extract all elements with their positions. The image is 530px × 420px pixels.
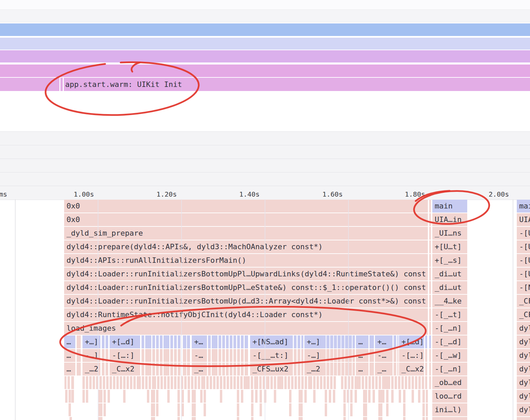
flame-frame-sub[interactable] <box>102 349 105 362</box>
flame-frame-sub[interactable] <box>226 363 229 376</box>
flame-frame-sub[interactable] <box>394 349 396 362</box>
flame-frame-deep[interactable] <box>401 376 404 389</box>
flame-frame-deep[interactable] <box>151 390 155 403</box>
flame-frame-sub[interactable] <box>102 363 105 376</box>
flame-frame-deep[interactable] <box>82 376 85 389</box>
flame-frame-main-column[interactable]: __4…ke <box>432 295 467 308</box>
flame-frame-deep[interactable] <box>157 376 159 389</box>
flame-frame-sub[interactable]: … <box>64 349 75 362</box>
flame-frame-deep[interactable] <box>363 390 367 403</box>
flame-frame-deep[interactable] <box>391 376 394 389</box>
flame-frame-sub[interactable] <box>222 335 225 348</box>
flame-frame-sub[interactable] <box>397 335 398 348</box>
flame-frame-sub[interactable] <box>294 363 297 376</box>
flame-frame-deep[interactable] <box>89 376 92 389</box>
flame-frame-sub[interactable] <box>222 363 225 376</box>
flame-frame-stack[interactable]: dyld4::Loader::runInitializersBottomUp(d… <box>64 295 428 308</box>
flame-frame-sub[interactable] <box>187 349 190 362</box>
flame-frame-deep[interactable] <box>323 376 326 389</box>
flame-frame-deep[interactable] <box>69 403 71 416</box>
flame-frame-sub[interactable] <box>298 349 300 362</box>
flame-frame-deep[interactable] <box>368 376 371 389</box>
flame-frame-edge-column[interactable]: -[U <box>517 227 530 240</box>
flame-frame-sub[interactable] <box>345 363 348 376</box>
flame-frame-deep[interactable] <box>426 390 428 403</box>
flame-frame-deep[interactable] <box>233 376 236 389</box>
flame-frame-deep[interactable] <box>425 376 427 389</box>
flame-frame-deep[interactable] <box>408 376 411 389</box>
flame-frame-stack[interactable]: load_images <box>64 322 428 335</box>
flame-frame-deep[interactable] <box>329 390 331 403</box>
flame-frame-deep[interactable] <box>103 376 105 389</box>
flame-frame-deep[interactable] <box>204 403 206 416</box>
flame-frame-deep[interactable] <box>348 376 350 389</box>
flame-frame-deep[interactable] <box>363 403 367 416</box>
flame-frame-sub[interactable]: _C…x2 <box>110 363 140 376</box>
flame-frame-sub[interactable]: +[…d] <box>110 335 140 348</box>
flame-frame-deep[interactable] <box>98 403 102 416</box>
flame-frame-deep[interactable] <box>378 390 384 403</box>
flame-frame-deep[interactable] <box>216 376 219 389</box>
flame-frame-deep[interactable] <box>99 376 102 389</box>
flame-frame-sliver[interactable] <box>429 349 431 362</box>
flame-frame-deep[interactable] <box>123 390 126 403</box>
flame-frame-deep[interactable] <box>422 417 425 420</box>
flame-frame-deep[interactable] <box>230 376 232 389</box>
flame-frame-sub[interactable] <box>141 335 144 348</box>
flame-frame-sub[interactable]: +[NS…ad] <box>250 335 293 348</box>
flame-frame-sliver[interactable] <box>429 268 431 280</box>
flame-frame-sub[interactable] <box>160 349 163 362</box>
flame-frame-sub[interactable] <box>237 363 240 376</box>
flame-frame-deep[interactable] <box>259 376 262 389</box>
flame-frame-sub[interactable] <box>397 349 398 362</box>
flame-frame-deep[interactable] <box>298 376 300 389</box>
flame-frame-sub[interactable] <box>156 349 159 362</box>
flame-frame-deep[interactable] <box>379 376 381 389</box>
flame-frame-sub[interactable] <box>326 335 329 348</box>
flame-frame-deep[interactable] <box>251 390 253 403</box>
flame-frame-sub[interactable] <box>102 335 105 348</box>
flame-frame-sub[interactable] <box>152 363 155 376</box>
flame-frame-edge-column[interactable]: -[U <box>517 268 530 280</box>
flame-frame-deep[interactable] <box>137 376 141 389</box>
flame-frame-sub[interactable]: _C…x2 <box>399 363 424 376</box>
flame-frame-deep[interactable] <box>147 390 149 403</box>
flame-frame-sub[interactable] <box>226 335 229 348</box>
flame-frame-deep[interactable] <box>313 376 316 389</box>
flame-frame-deep[interactable] <box>71 390 74 403</box>
flame-frame-deep[interactable] <box>343 403 346 416</box>
flame-frame-sliver[interactable] <box>429 213 431 226</box>
flame-frame-deep[interactable] <box>192 417 196 420</box>
flame-frame-deep[interactable] <box>398 376 400 389</box>
flame-frame-sub[interactable]: … <box>356 363 368 376</box>
flame-frame-deep[interactable] <box>156 403 158 416</box>
flame-frame-main-column[interactable]: _UI…ns <box>432 227 467 240</box>
flame-frame-sliver[interactable] <box>429 281 431 294</box>
flame-frame-deep[interactable] <box>227 376 229 389</box>
flame-frame-sub[interactable] <box>170 363 173 376</box>
flame-frame-deep[interactable] <box>103 403 106 416</box>
flame-frame-sub[interactable]: -… <box>375 349 393 362</box>
flame-frame-edge-column[interactable]: _CF <box>517 295 530 308</box>
flame-frame-sub[interactable] <box>334 335 337 348</box>
flame-frame-sub[interactable] <box>156 335 159 348</box>
flame-frame-sub[interactable]: _…2 <box>82 363 100 376</box>
flame-frame-sub[interactable] <box>106 335 108 348</box>
flame-frame-deep[interactable] <box>403 403 405 416</box>
flame-frame-deep[interactable] <box>289 390 291 403</box>
flame-frame-sub[interactable] <box>152 349 155 362</box>
flame-frame-sub[interactable] <box>294 349 297 362</box>
flame-frame-sub[interactable] <box>212 349 217 362</box>
flame-frame-deep[interactable] <box>327 376 329 389</box>
flame-frame-deep[interactable] <box>399 390 401 403</box>
flame-frame-sub[interactable] <box>349 363 352 376</box>
flame-frame-deep[interactable] <box>68 376 70 389</box>
flame-frame-deep[interactable] <box>116 376 119 389</box>
flame-frame-edge-column[interactable]: dyl <box>517 322 530 335</box>
flame-frame-sub[interactable] <box>219 363 221 376</box>
flame-frame-sub[interactable]: -[…:] <box>399 349 424 362</box>
flame-frame-sub[interactable] <box>237 335 240 348</box>
flame-frame-stack[interactable]: dyld4::prepare(dyld4::APIs&, dyld3::Mach… <box>64 240 428 253</box>
flame-frame-sub[interactable] <box>77 335 81 348</box>
flame-frame-sliver[interactable] <box>429 240 431 253</box>
